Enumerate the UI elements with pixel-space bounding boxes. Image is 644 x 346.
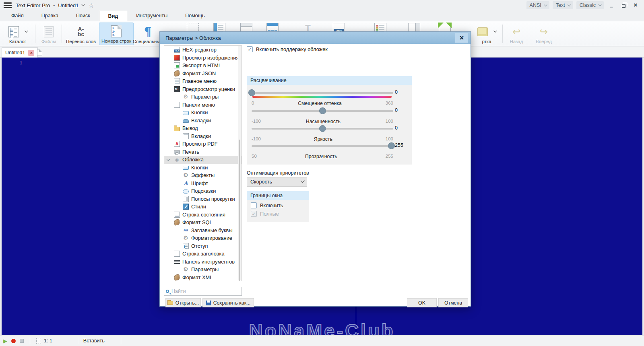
enable-skins-checkbox[interactable] bbox=[247, 46, 253, 52]
toolbar-button-pilcrow[interactable]: ¶Специальные bbox=[134, 23, 161, 45]
tree-item-Эффекты[interactable]: Эффекты bbox=[164, 171, 242, 179]
tree-item-HEX-редактор[interactable]: HEX-редактор bbox=[164, 46, 242, 54]
tree-item-Кнопки[interactable]: Кнопки bbox=[164, 109, 242, 117]
slider-track[interactable] bbox=[252, 145, 393, 147]
close-window-button[interactable]: × bbox=[631, 1, 640, 9]
chevron-down-icon[interactable] bbox=[25, 29, 28, 32]
tree-item-Панель инструментов[interactable]: Панель инструментов bbox=[164, 258, 242, 266]
slider-thumb[interactable] bbox=[248, 89, 255, 96]
tree-item-Предпросмотр уценки[interactable]: Предпросмотр уценки bbox=[164, 85, 242, 93]
search-input[interactable] bbox=[171, 288, 232, 294]
restore-button[interactable] bbox=[619, 1, 628, 9]
enable-skins-label: Включить поддержку обложек bbox=[256, 46, 328, 52]
open-button[interactable]: Открыть... bbox=[165, 298, 201, 307]
menu-tab-Помощь[interactable]: Помощь bbox=[176, 10, 213, 21]
tree-item-Печать[interactable]: Печать bbox=[164, 148, 242, 156]
tree-item-Полосы прокрутки[interactable]: Полосы прокрутки bbox=[164, 195, 242, 203]
borders-panel: ВключитьПолные bbox=[247, 200, 309, 222]
tree-item-Отступ[interactable]: Отступ bbox=[164, 242, 242, 250]
tree-item-Шрифт[interactable]: Шрифт bbox=[164, 179, 242, 187]
tree-item-Параметры[interactable]: Параметры bbox=[164, 266, 242, 274]
tree-item-Подсказки[interactable]: Подсказки bbox=[164, 187, 242, 195]
insert-mode-indicator[interactable]: Вставить bbox=[83, 338, 105, 344]
tree-item-Стили[interactable]: Стили bbox=[164, 203, 242, 211]
tree-item-Экспорт в HTML[interactable]: Экспорт в HTML bbox=[164, 62, 242, 70]
toolbar-separator bbox=[502, 25, 503, 43]
expanded-chevron-icon[interactable] bbox=[167, 158, 170, 161]
status-bar: ▶ 1: 1 Вставить bbox=[0, 335, 644, 346]
slider-track[interactable] bbox=[252, 92, 393, 94]
toolbar-button-cube[interactable]: ртка bbox=[472, 23, 502, 45]
tree-scrollbar[interactable] bbox=[238, 46, 241, 280]
tree-item-Просмотр изображения[interactable]: Просмотр изображения bbox=[164, 54, 242, 62]
titlebar-doc-name[interactable]: Untitled1 bbox=[58, 2, 78, 8]
tab-close-icon[interactable]: × bbox=[28, 50, 34, 56]
tree-item-Вывод[interactable]: Вывод bbox=[164, 124, 242, 132]
menu-tab-Правка[interactable]: Правка bbox=[33, 10, 67, 21]
dialog-close-icon[interactable]: × bbox=[455, 33, 468, 43]
menu-tab-Вид[interactable]: Вид bbox=[99, 11, 128, 21]
tree-item-Кнопки[interactable]: Кнопки bbox=[164, 164, 242, 172]
menu-tab-Файл[interactable]: Файл bbox=[2, 10, 33, 21]
tree-item-Вкладки[interactable]: Вкладки bbox=[164, 117, 242, 125]
slider-track[interactable] bbox=[252, 110, 393, 112]
tree-item-Панели меню[interactable]: Панели меню bbox=[164, 101, 242, 109]
tree-scrollbar-thumb[interactable] bbox=[239, 140, 240, 281]
slider-thumb[interactable] bbox=[388, 142, 395, 149]
catalog-icon bbox=[8, 26, 19, 37]
toolbar-button-catalog[interactable]: Каталог bbox=[2, 23, 34, 45]
minimize-button[interactable]: – bbox=[607, 1, 616, 9]
tree-item-Заглавные буквы[interactable]: Заглавные буквы bbox=[164, 227, 242, 235]
menu-tab-Поиск[interactable]: Поиск bbox=[67, 10, 99, 21]
tree-item-Вкладки[interactable]: Вкладки bbox=[164, 132, 242, 140]
save-as-button[interactable]: Сохранить как... bbox=[202, 298, 254, 307]
menu-tab-Инструменты[interactable]: Инструменты bbox=[127, 10, 176, 21]
document-tab[interactable]: Untitled1 × bbox=[2, 47, 38, 58]
app-title: Text Editor Pro bbox=[16, 2, 50, 8]
encoding-dropdown[interactable]: ANSI bbox=[526, 1, 549, 9]
ok-button[interactable]: OK bbox=[407, 298, 437, 307]
tree-item-Формат SQL[interactable]: Формат SQL bbox=[164, 218, 242, 227]
titlebar-right-group: ANSI Text Classic – × bbox=[526, 1, 644, 9]
tree-item-Параметры[interactable]: Параметры bbox=[164, 93, 242, 101]
chevron-down-icon[interactable] bbox=[493, 29, 497, 32]
toolbar-button-word-wrap[interactable]: A-bcПеренос слов bbox=[64, 23, 98, 45]
tree-item-Строка состояния[interactable]: Строка состояния bbox=[164, 211, 242, 219]
toolbar-separator bbox=[35, 25, 35, 43]
tree-item-Обложка[interactable]: Обложка bbox=[164, 156, 242, 164]
priority-label: Оптимизация приоритетов bbox=[247, 170, 309, 176]
slider-thumb[interactable] bbox=[319, 107, 326, 114]
checkbox-Включить[interactable] bbox=[251, 202, 257, 208]
new-document-icon[interactable] bbox=[37, 49, 42, 56]
slider-track[interactable] bbox=[252, 128, 393, 130]
tree-item-Строка заголовка[interactable]: Строка заголовка bbox=[164, 250, 242, 258]
macro-record-icon[interactable] bbox=[11, 339, 16, 343]
button-icon bbox=[183, 111, 189, 115]
toolbar-button-line-numbers[interactable]: Номера строк bbox=[99, 23, 134, 45]
doc-name-chevron-icon[interactable] bbox=[81, 2, 85, 6]
tree-item-Формат XML[interactable]: Формат XML bbox=[164, 274, 242, 282]
tree-item-Просмотр PDF[interactable]: Просмотр PDF bbox=[164, 140, 242, 148]
search-icon bbox=[166, 290, 169, 293]
priority-dropdown[interactable]: Скорость bbox=[247, 177, 307, 187]
toolbar-button-label: ртка bbox=[482, 39, 491, 44]
theme-dropdown[interactable]: Classic bbox=[576, 1, 604, 9]
tree-item-Форматирование[interactable]: Форматирование bbox=[164, 234, 242, 242]
hamburger-menu-icon[interactable] bbox=[4, 2, 12, 8]
slider-max-label: 100 bbox=[386, 119, 393, 124]
tree-item-label: Печать bbox=[182, 149, 199, 155]
tree-item-Главное меню[interactable]: Главное меню bbox=[164, 77, 242, 85]
border-checkbox-row-Полные: Полные bbox=[247, 208, 309, 217]
tree-item-label: Главное меню bbox=[182, 78, 217, 84]
broom-icon bbox=[173, 219, 180, 226]
slider-thumb[interactable] bbox=[319, 125, 326, 132]
gear-icon bbox=[183, 235, 189, 241]
tree-item-Формат JSON[interactable]: Формат JSON bbox=[164, 70, 242, 78]
favorite-star-icon[interactable]: ☆ bbox=[89, 2, 94, 9]
dialog-titlebar[interactable]: Параметры > Обложка × bbox=[160, 32, 471, 44]
cancel-button[interactable]: Отмена bbox=[438, 298, 468, 307]
filetype-dropdown[interactable]: Text bbox=[553, 1, 573, 9]
skin-icon bbox=[174, 157, 180, 163]
slider-labels: 50Прозрачность255 bbox=[252, 154, 393, 159]
macro-play-icon[interactable]: ▶ bbox=[3, 338, 7, 344]
